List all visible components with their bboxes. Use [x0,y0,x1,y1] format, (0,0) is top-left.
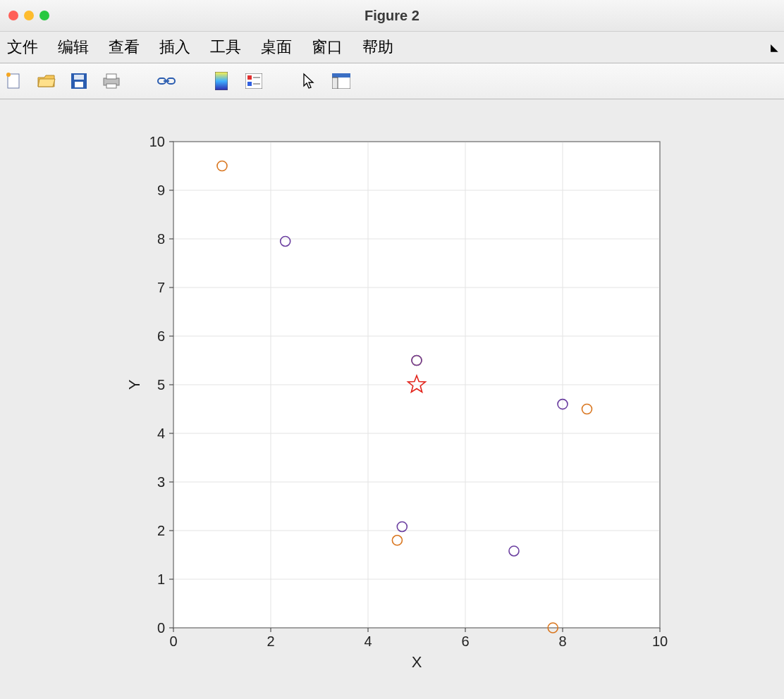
save-button[interactable] [69,71,89,91]
y-tick-label: 9 [157,183,165,198]
menu-desktop[interactable]: 桌面 [261,37,292,58]
y-tick-label: 3 [157,474,165,490]
y-tick-label: 5 [157,377,165,392]
new-file-icon [6,73,23,89]
svg-rect-3 [74,75,84,80]
y-axis-label: Y [125,379,143,390]
printer-icon [102,73,121,89]
menu-help[interactable]: 帮助 [362,37,393,58]
figure-window: Figure 2 文件 编辑 查看 插入 工具 桌面 窗口 帮助 ◣ [0,0,784,699]
x-tick-label: 6 [461,633,469,649]
x-tick-label: 10 [652,633,668,649]
svg-rect-11 [215,72,228,90]
x-tick-label: 4 [364,633,372,649]
figure-canvas: 0246810012345678910XY [0,99,784,699]
x-tick-label: 0 [169,633,177,649]
legend-icon [245,73,262,89]
colorbar-icon [215,72,228,90]
svg-rect-14 [247,82,252,86]
menu-window[interactable]: 窗口 [312,37,343,58]
x-tick-label: 2 [267,633,274,649]
cursor-icon [302,73,316,89]
panel-icon [332,73,350,89]
svg-rect-6 [106,74,116,79]
scatter-chart: 0246810012345678910XY [39,99,745,684]
y-tick-label: 8 [157,231,165,247]
link-icon [157,74,176,88]
svg-rect-19 [332,78,338,89]
y-tick-label: 4 [157,426,165,441]
floppy-disk-icon [71,73,87,89]
x-tick-label: 8 [558,633,566,649]
folder-open-icon [37,73,56,89]
menubar: 文件 编辑 查看 插入 工具 桌面 窗口 帮助 ◣ [0,32,784,63]
legend-button[interactable] [244,71,264,91]
menu-edit[interactable]: 编辑 [58,37,89,58]
menu-insert[interactable]: 插入 [159,37,190,58]
open-button[interactable] [37,71,56,91]
window-controls [8,11,49,20]
toolbar [0,63,784,99]
print-button[interactable] [102,71,121,91]
y-tick-label: 6 [157,328,165,344]
minimize-icon[interactable] [24,11,34,20]
svg-rect-18 [332,73,350,78]
window-title: Figure 2 [0,8,784,24]
y-tick-label: 0 [157,620,165,636]
panel-button[interactable] [331,71,351,91]
titlebar: Figure 2 [0,0,784,32]
link-button[interactable] [157,71,176,91]
menu-file[interactable]: 文件 [7,37,38,58]
new-figure-button[interactable] [4,71,24,91]
close-icon[interactable] [8,11,18,20]
y-tick-label: 1 [157,571,165,587]
x-axis-label: X [412,653,422,671]
zoom-icon[interactable] [39,11,49,20]
y-tick-label: 7 [157,280,165,295]
y-tick-label: 10 [149,134,165,149]
y-tick-label: 2 [157,523,165,538]
svg-rect-7 [106,84,116,88]
menu-tools[interactable]: 工具 [210,37,241,58]
svg-point-1 [6,73,11,77]
dock-icon[interactable]: ◣ [771,42,778,53]
cursor-button[interactable] [299,71,319,91]
svg-rect-13 [247,75,252,80]
colorbar-button[interactable] [212,71,231,91]
svg-rect-4 [75,82,83,87]
menu-view[interactable]: 查看 [109,37,140,58]
